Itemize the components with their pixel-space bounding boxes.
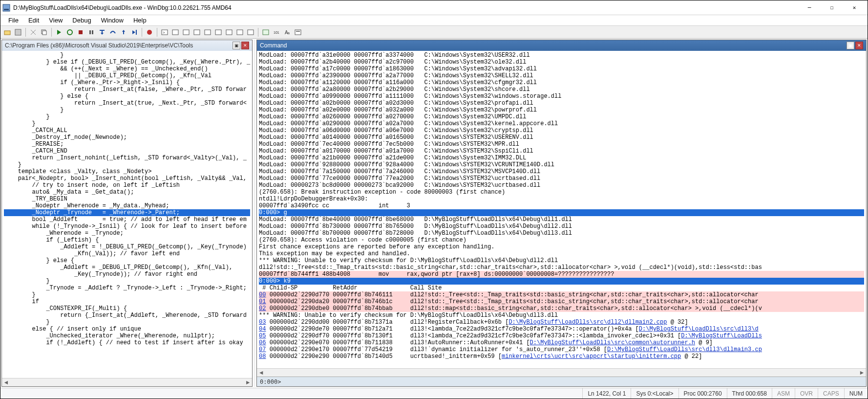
disasm-window-icon[interactable]	[224, 27, 234, 37]
step-over-icon[interactable]	[108, 27, 118, 37]
scroll-left-icon[interactable]: ◄	[257, 369, 265, 377]
dml-link[interactable]: minkernel\crts\ucrt\src\appcrt\startup\i…	[502, 353, 681, 360]
source-line[interactable]: _Addleft = !_DEBUG_LT_PRED(_Getcomp(), _…	[4, 244, 250, 250]
source-line[interactable]: _CONSTEXPR_IF(_Multi) {	[4, 305, 250, 312]
source-line[interactable]: _CATCH_ALL	[4, 127, 250, 134]
go-icon[interactable]	[54, 27, 64, 37]
dml-link[interactable]: 02	[259, 305, 266, 312]
source-mode-icon[interactable]	[261, 27, 271, 37]
scratch-window-icon[interactable]	[235, 27, 245, 37]
breakpoints-icon[interactable]	[145, 27, 154, 37]
source-line[interactable]: _Nodeptr _Trynode = _Wherenode->_Parent;	[4, 209, 250, 216]
menu-file[interactable]: File	[3, 16, 23, 25]
dml-link[interactable]: D:\MyBlogStuff\LoadDlls\src\dll3\dllmain…	[607, 346, 762, 353]
source-line[interactable]: if (!_Addleft) { // need to test if inse…	[4, 339, 250, 346]
pane-splitter[interactable]	[254, 40, 255, 387]
source-horizontal-scrollbar[interactable]: ◄ ►	[2, 378, 252, 386]
close-button[interactable]: ✕	[843, 0, 866, 15]
scroll-left-icon[interactable]: ◄	[2, 379, 10, 386]
source-line[interactable]: _Kfn(_Val)); // favor left end	[4, 250, 250, 257]
menu-help[interactable]: Help	[128, 16, 151, 25]
source-line[interactable]: }	[4, 107, 250, 113]
font-icon[interactable]: Aa	[282, 27, 292, 37]
source-pane-titlebar[interactable]: C:\Program Files (x86)\Microsoft Visual …	[2, 40, 252, 51]
source-line[interactable]: while (!_Trynode->_Isnil) { // look for …	[4, 223, 250, 230]
menu-edit[interactable]: Edit	[23, 16, 44, 25]
step-out-icon[interactable]	[119, 27, 128, 37]
source-line[interactable]: } else {	[4, 93, 250, 100]
source-line[interactable]: pair<_Nodeptr, bool> _Insert_nohint(bool…	[4, 175, 250, 182]
command-output[interactable]: ModLoad: 00007ffd`a31e0000 00007ffd`a337…	[257, 51, 866, 368]
source-line[interactable]: if (_Where._Ptr->_Right->_Isnil) {	[4, 79, 250, 86]
save-icon[interactable]	[13, 27, 23, 37]
dml-link[interactable]: 06	[259, 339, 266, 346]
break-icon[interactable]	[86, 27, 96, 37]
source-line[interactable]: _CATCH_END	[4, 148, 250, 155]
dml-link[interactable]: 08	[259, 353, 266, 360]
pane-close-icon[interactable]: ✕	[855, 42, 863, 49]
source-view[interactable]: } } else if (_DEBUG_LT_PRED(_Getcomp(), …	[2, 51, 252, 378]
source-line[interactable]: _TRY_BEGIN	[4, 196, 250, 202]
source-line[interactable]: template <class _Valty, class _Nodety>	[4, 168, 250, 175]
source-line[interactable]: _Key(_Trynode)); // favor right end	[4, 271, 250, 278]
run-to-cursor-icon[interactable]	[129, 27, 139, 37]
source-line[interactable]: } else {	[4, 257, 250, 264]
pane-dock-icon[interactable]: ▣	[233, 42, 240, 49]
source-line[interactable]: }	[4, 319, 250, 326]
copy-icon[interactable]	[39, 27, 49, 37]
source-line[interactable]: bool _Addleft = true; // add to left of …	[4, 216, 250, 223]
source-line[interactable]: auto& _My_data = _Get_data();	[4, 189, 250, 196]
source-line[interactable]: }	[4, 113, 250, 120]
open-icon[interactable]	[2, 27, 12, 37]
callstack-window-icon[interactable]	[213, 27, 223, 37]
step-into-icon[interactable]	[97, 27, 107, 37]
locals-window-icon[interactable]	[181, 27, 191, 37]
dml-link[interactable]: 01	[259, 298, 266, 305]
dml-link[interactable]: D:\MyBlogStuff\LoadDlls\src\dll2\dllmain…	[508, 319, 667, 326]
processes-window-icon[interactable]	[246, 27, 255, 37]
minimize-button[interactable]: ─	[798, 0, 821, 15]
dml-link[interactable]: 07	[259, 346, 266, 353]
source-line[interactable]: return {_Insert_at(_Addleft, _Wherenode,…	[4, 312, 250, 319]
source-line[interactable]: _Wherenode = _Trynode;	[4, 230, 250, 237]
maximize-button[interactable]: ☐	[821, 0, 843, 15]
memory-window-icon[interactable]	[203, 27, 212, 37]
source-line[interactable]: else { // insert only if unique	[4, 326, 250, 332]
source-line[interactable]: }	[4, 52, 250, 59]
source-line[interactable]: if	[4, 298, 250, 305]
source-line[interactable]: _Destroy_if_node(_Newnode);	[4, 134, 250, 141]
source-line[interactable]: && (++(_Next = _Where) == _Unchecked_end…	[4, 66, 250, 72]
source-line[interactable]: }	[4, 278, 250, 285]
stop-icon[interactable]	[76, 27, 85, 37]
source-line[interactable]: }	[4, 120, 250, 127]
source-line[interactable]: _Unchecked_iterator _Where(_Wherenode, n…	[4, 332, 250, 339]
pane-close-icon[interactable]: ✕	[241, 42, 249, 49]
pane-dock-icon[interactable]: ▣	[847, 42, 854, 49]
dml-link[interactable]: D:\MyBlogStuff\LoadDlls\src\common\autor…	[530, 339, 695, 346]
dml-link[interactable]: 03	[259, 319, 266, 326]
source-line[interactable]: _Nodeptr _Wherenode = _My_data._Myhead;	[4, 202, 250, 209]
source-line[interactable]: }	[4, 161, 250, 168]
source-line[interactable]: _Addleft = _DEBUG_LT_PRED(_Getcomp(), _K…	[4, 264, 250, 271]
assembly-mode-icon[interactable]: 101	[272, 27, 281, 37]
scroll-right-icon[interactable]: ►	[244, 379, 252, 386]
command-window-icon[interactable]: >	[160, 27, 169, 37]
menu-debug[interactable]: Debug	[67, 16, 96, 25]
dml-link[interactable]: D:\MyBlogStuff\LoadDlls\src\dll3\d	[639, 326, 759, 332]
command-input[interactable]	[284, 378, 863, 385]
options-icon[interactable]	[293, 27, 303, 37]
dml-link[interactable]: 00	[259, 291, 266, 298]
cut-icon[interactable]	[28, 27, 38, 37]
menu-window[interactable]: Window	[96, 16, 128, 25]
command-horizontal-scrollbar[interactable]: ◄ ►	[257, 368, 866, 377]
source-line[interactable]: return _Insert_nohint(_Leftish, _STD for…	[4, 155, 250, 161]
menu-view[interactable]: View	[44, 16, 67, 25]
registers-window-icon[interactable]	[192, 27, 202, 37]
source-line[interactable]: || _DEBUG_LT_PRED(_Getcomp(), _Kfn(_Val	[4, 72, 250, 79]
restart-icon[interactable]	[65, 27, 75, 37]
source-line[interactable]: // try to insert node, on left if _Lefti…	[4, 182, 250, 189]
source-line[interactable]: _RERAISE;	[4, 141, 250, 148]
source-line[interactable]: return _Insert_at(true, _Next._Ptr, _STD…	[4, 100, 250, 107]
source-line[interactable]: return _Insert_at(false, _Where._Ptr, _S…	[4, 86, 250, 93]
command-pane-titlebar[interactable]: Command ▣ ✕	[257, 40, 866, 51]
